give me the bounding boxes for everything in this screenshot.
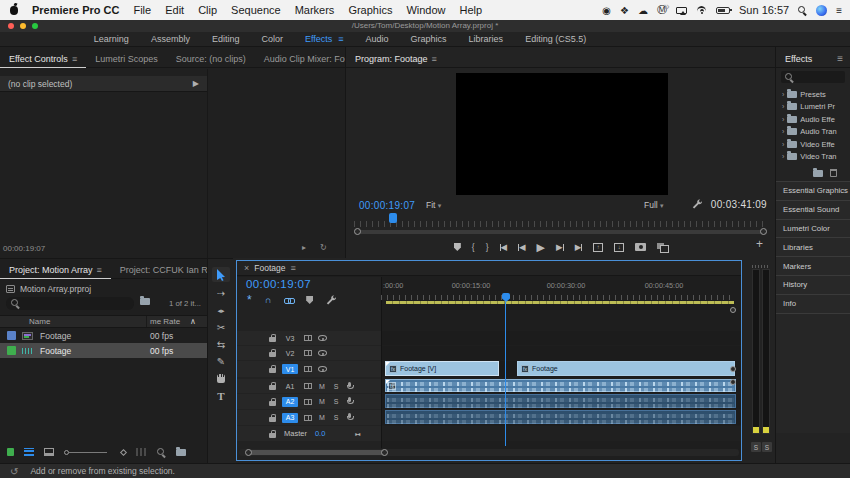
find-icon[interactable] (157, 448, 166, 457)
hand-tool[interactable] (212, 371, 230, 386)
sort-ascending-icon[interactable]: ∧ (190, 317, 196, 326)
list-view-icon[interactable] (24, 448, 34, 456)
filter-bin-icon[interactable] (140, 298, 150, 305)
play-button[interactable]: ▶ (537, 241, 545, 254)
menu-clip[interactable]: Clip (198, 4, 217, 16)
zoom-level-dropdown[interactable]: Fit ▾ (426, 200, 441, 210)
siri-icon[interactable] (816, 5, 827, 16)
effects-folder-video-effects[interactable]: › Video Effe (776, 138, 850, 151)
project-file-row[interactable]: Motion Array.prproj (6, 283, 91, 295)
track-target-a1[interactable]: A1 (282, 381, 298, 391)
menu-sequence[interactable]: Sequence (231, 4, 281, 16)
chevron-right-icon[interactable]: › (782, 103, 784, 110)
panel-menu-icon[interactable]: ≡ (290, 263, 295, 273)
go-to-in-button[interactable]: ◀ (500, 242, 508, 252)
effects-folder-presets[interactable]: › Presets (776, 88, 850, 101)
effects-folder-lumetri-presets[interactable]: › Lumetri Pr (776, 101, 850, 114)
dropbox-icon[interactable]: ❖ (620, 5, 629, 16)
track-v2-lane[interactable] (382, 346, 741, 360)
workspace-learning[interactable]: Learning (94, 34, 129, 44)
effects-folder-video-transitions[interactable]: › Video Tran (776, 151, 850, 164)
toggle-track-output-icon[interactable] (318, 350, 327, 356)
sync-lock-icon[interactable] (304, 335, 312, 341)
pen-tool[interactable]: ✎ (212, 354, 230, 369)
vertical-scroll-handle[interactable] (730, 307, 736, 313)
mark-out-button[interactable]: } (486, 242, 489, 252)
lock-icon[interactable] (269, 337, 276, 342)
panel-history[interactable]: History (776, 275, 850, 294)
sync-lock-icon[interactable] (304, 415, 312, 421)
linked-selection-icon[interactable] (284, 297, 293, 304)
track-target-a3[interactable]: A3 (282, 413, 298, 423)
clip-footage-v[interactable]: fx Footage [V] (385, 361, 499, 376)
loop-icon[interactable]: ↻ (320, 243, 327, 252)
effects-folder-audio-transitions[interactable]: › Audio Tran (776, 126, 850, 139)
solo-left-button[interactable]: S (751, 442, 761, 452)
audio-clip-footage[interactable]: fx (385, 379, 736, 392)
solo-button[interactable]: S (332, 414, 340, 421)
chevron-right-icon[interactable]: › (782, 153, 784, 160)
keyframe-nav-icon[interactable]: ▸◂ (355, 430, 359, 437)
toggle-track-output-icon[interactable] (318, 366, 327, 372)
menu-clock[interactable]: Sun 16:57 (739, 4, 789, 16)
menu-edit[interactable]: Edit (165, 4, 184, 16)
timeline-timecode[interactable]: 00:00:19:07 (246, 278, 311, 290)
panel-menu-icon[interactable]: ≡ (432, 54, 437, 64)
sync-lock-icon[interactable] (304, 399, 312, 405)
new-bin-icon[interactable] (176, 449, 186, 456)
extract-button[interactable]: ↓ (614, 243, 624, 252)
scroll-handle-right[interactable] (381, 449, 388, 456)
track-target-v1[interactable]: V1 (282, 364, 298, 374)
slip-tool[interactable]: ⇆ (212, 337, 230, 352)
tab-program[interactable]: Program: Footage ≡ (346, 50, 446, 68)
sync-lock-icon[interactable] (304, 366, 312, 372)
track-v3-lane[interactable] (382, 331, 741, 345)
program-playhead[interactable] (389, 213, 397, 223)
notification-center-icon[interactable]: ≡ (836, 5, 842, 16)
panel-info[interactable]: Info (776, 294, 850, 313)
nest-toggle-icon[interactable]: * (247, 297, 252, 303)
clip-footage[interactable]: fx Footage (517, 361, 735, 376)
menu-help[interactable]: Help (460, 4, 483, 16)
track-target-v3[interactable]: V3 (282, 333, 298, 343)
master-gain-value[interactable]: 0.0 (315, 429, 325, 438)
toggle-track-output-icon[interactable] (318, 335, 327, 341)
scroll-handle-left[interactable] (245, 449, 252, 456)
chevron-right-icon[interactable]: › (782, 141, 784, 148)
project-writable-icon[interactable] (7, 448, 14, 456)
menu-markers[interactable]: Markers (295, 4, 335, 16)
scroll-handle-right[interactable] (760, 228, 767, 235)
razor-tool[interactable]: ✂ (212, 320, 230, 335)
button-editor-plus[interactable]: + (756, 237, 763, 251)
voiceover-record-icon[interactable] (346, 397, 353, 406)
sync-lock-icon[interactable] (304, 350, 312, 356)
snap-icon[interactable]: ∩ (265, 295, 272, 305)
effect-controls-splitter[interactable] (207, 69, 208, 258)
spotlight-icon[interactable] (798, 6, 807, 15)
audio-clip-a3[interactable] (385, 410, 736, 424)
type-tool[interactable]: T (212, 388, 230, 403)
lock-icon[interactable] (269, 352, 276, 357)
playback-resolution-dropdown[interactable]: Full ▾ (644, 200, 664, 210)
go-to-out-button[interactable]: ▶ (575, 242, 583, 252)
add-marker-icon[interactable] (306, 296, 313, 304)
play-edit-icon[interactable]: ▸ (302, 243, 306, 252)
lens-icon[interactable]: ◉ (602, 5, 611, 16)
project-row-footage-sequence[interactable]: Footage 00 fps (0, 328, 207, 343)
workspace-editing-cs55[interactable]: Editing (CS5.5) (525, 34, 586, 44)
tab-source[interactable]: Source: (no clips) (167, 50, 255, 68)
solo-button[interactable]: S (332, 383, 340, 390)
workspace-effects[interactable]: Effects (305, 34, 332, 44)
work-area-bar[interactable] (386, 301, 734, 304)
panel-essential-sound[interactable]: Essential Sound (776, 200, 850, 219)
mark-in-button[interactable]: { (472, 242, 475, 252)
expand-arrow-icon[interactable]: ▶ (193, 79, 199, 88)
program-scrub-ruler[interactable] (354, 215, 767, 227)
timeline-playhead-line[interactable] (505, 302, 506, 446)
track-a1-lane[interactable]: fx (382, 379, 741, 393)
workspace-libraries[interactable]: Libraries (469, 34, 504, 44)
menu-app-name[interactable]: Premiere Pro CC (32, 4, 119, 16)
voiceover-record-icon[interactable] (346, 413, 353, 422)
effects-folder-audio-effects[interactable]: › Audio Effe (776, 113, 850, 126)
panel-menu-icon[interactable]: ≡ (837, 53, 850, 64)
